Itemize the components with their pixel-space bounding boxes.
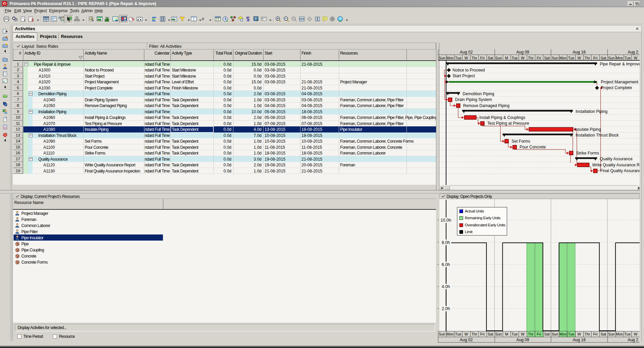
svg-text:4.0h: 4.0h bbox=[442, 284, 450, 289]
svg-text:10.0h: 10.0h bbox=[440, 218, 451, 223]
svg-text:2.0h: 2.0h bbox=[442, 306, 450, 311]
svg-text:6.0h: 6.0h bbox=[442, 262, 450, 267]
svg-text:8.0h: 8.0h bbox=[442, 240, 450, 245]
